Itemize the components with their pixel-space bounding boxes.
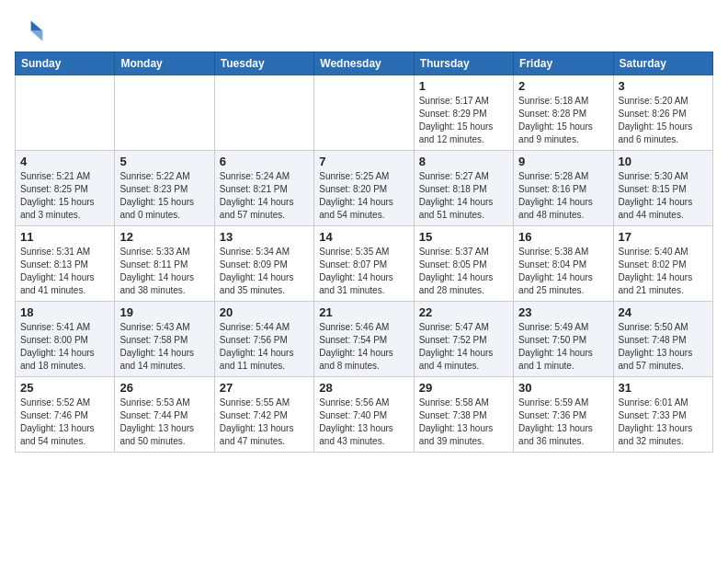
day-number: 29	[419, 381, 508, 395]
day-number: 22	[419, 305, 508, 319]
day-number: 10	[619, 155, 708, 168]
day-info: Sunrise: 5:41 AM Sunset: 8:00 PM Dayligh…	[20, 321, 109, 373]
day-number: 23	[518, 305, 608, 319]
day-info: Sunrise: 5:44 AM Sunset: 7:56 PM Dayligh…	[220, 321, 309, 373]
calendar-day-cell	[314, 75, 414, 151]
day-number: 31	[619, 381, 708, 395]
day-of-week-header: Thursday	[414, 52, 513, 75]
logo	[15, 15, 48, 44]
day-info: Sunrise: 5:33 AM Sunset: 8:11 PM Dayligh…	[119, 246, 209, 297]
svg-marker-1	[31, 31, 43, 41]
day-number: 14	[319, 230, 408, 244]
calendar-table: SundayMondayTuesdayWednesdayThursdayFrid…	[15, 52, 713, 453]
day-number: 27	[220, 381, 309, 395]
day-info: Sunrise: 5:35 AM Sunset: 8:07 PM Dayligh…	[319, 246, 408, 297]
day-of-week-header: Saturday	[613, 52, 712, 75]
calendar-day-cell: 17Sunrise: 5:40 AM Sunset: 8:02 PM Dayli…	[613, 226, 712, 302]
day-number: 16	[518, 230, 608, 244]
day-number: 5	[119, 155, 209, 168]
calendar-day-cell: 4Sunrise: 5:21 AM Sunset: 8:25 PM Daylig…	[16, 151, 115, 226]
calendar-day-cell: 5Sunrise: 5:22 AM Sunset: 8:23 PM Daylig…	[115, 151, 214, 226]
day-info: Sunrise: 5:43 AM Sunset: 7:58 PM Dayligh…	[119, 321, 209, 373]
day-info: Sunrise: 5:56 AM Sunset: 7:40 PM Dayligh…	[319, 396, 408, 448]
day-number: 20	[220, 305, 309, 319]
day-info: Sunrise: 5:46 AM Sunset: 7:54 PM Dayligh…	[319, 321, 408, 373]
calendar-day-cell: 25Sunrise: 5:52 AM Sunset: 7:46 PM Dayli…	[16, 377, 115, 453]
day-info: Sunrise: 6:01 AM Sunset: 7:33 PM Dayligh…	[619, 396, 708, 448]
calendar-day-cell: 16Sunrise: 5:38 AM Sunset: 8:04 PM Dayli…	[514, 226, 613, 302]
day-number: 2	[518, 79, 608, 93]
calendar-day-cell: 30Sunrise: 5:59 AM Sunset: 7:36 PM Dayli…	[514, 377, 613, 453]
calendar-day-cell	[16, 75, 115, 151]
calendar-day-cell: 23Sunrise: 5:49 AM Sunset: 7:50 PM Dayli…	[514, 302, 613, 377]
day-info: Sunrise: 5:17 AM Sunset: 8:29 PM Dayligh…	[419, 95, 508, 146]
calendar-day-cell: 20Sunrise: 5:44 AM Sunset: 7:56 PM Dayli…	[214, 302, 313, 377]
day-number: 13	[220, 230, 309, 244]
calendar-day-cell	[214, 75, 313, 151]
calendar-day-cell: 22Sunrise: 5:47 AM Sunset: 7:52 PM Dayli…	[414, 302, 513, 377]
day-number: 30	[518, 381, 608, 395]
svg-marker-0	[31, 20, 43, 30]
day-of-week-header: Sunday	[16, 52, 115, 75]
day-info: Sunrise: 5:55 AM Sunset: 7:42 PM Dayligh…	[220, 396, 309, 448]
day-number: 28	[319, 381, 408, 395]
calendar-week-row: 11Sunrise: 5:31 AM Sunset: 8:13 PM Dayli…	[16, 226, 713, 302]
day-number: 3	[619, 79, 708, 93]
day-of-week-header: Friday	[514, 52, 613, 75]
day-of-week-header: Tuesday	[214, 52, 313, 75]
day-info: Sunrise: 5:52 AM Sunset: 7:46 PM Dayligh…	[20, 396, 109, 448]
calendar-day-cell: 1Sunrise: 5:17 AM Sunset: 8:29 PM Daylig…	[414, 75, 513, 151]
day-info: Sunrise: 5:27 AM Sunset: 8:18 PM Dayligh…	[419, 170, 508, 222]
calendar-day-cell: 10Sunrise: 5:30 AM Sunset: 8:15 PM Dayli…	[613, 151, 712, 226]
day-info: Sunrise: 5:58 AM Sunset: 7:38 PM Dayligh…	[419, 396, 508, 448]
day-number: 17	[619, 230, 708, 244]
calendar-week-row: 25Sunrise: 5:52 AM Sunset: 7:46 PM Dayli…	[16, 377, 713, 453]
day-info: Sunrise: 5:47 AM Sunset: 7:52 PM Dayligh…	[419, 321, 508, 373]
day-number: 12	[119, 230, 209, 244]
day-info: Sunrise: 5:31 AM Sunset: 8:13 PM Dayligh…	[20, 246, 109, 297]
calendar-day-cell: 31Sunrise: 6:01 AM Sunset: 7:33 PM Dayli…	[613, 377, 712, 453]
page-header	[15, 15, 713, 44]
calendar-header-row: SundayMondayTuesdayWednesdayThursdayFrid…	[16, 52, 713, 75]
day-of-week-header: Monday	[115, 52, 214, 75]
day-number: 11	[20, 230, 109, 244]
day-number: 8	[419, 155, 508, 168]
day-info: Sunrise: 5:37 AM Sunset: 8:05 PM Dayligh…	[419, 246, 508, 297]
calendar-week-row: 1Sunrise: 5:17 AM Sunset: 8:29 PM Daylig…	[16, 75, 713, 151]
calendar-day-cell: 2Sunrise: 5:18 AM Sunset: 8:28 PM Daylig…	[514, 75, 613, 151]
calendar-week-row: 18Sunrise: 5:41 AM Sunset: 8:00 PM Dayli…	[16, 302, 713, 377]
day-info: Sunrise: 5:24 AM Sunset: 8:21 PM Dayligh…	[220, 170, 309, 222]
calendar-day-cell: 3Sunrise: 5:20 AM Sunset: 8:26 PM Daylig…	[613, 75, 712, 151]
calendar-day-cell: 13Sunrise: 5:34 AM Sunset: 8:09 PM Dayli…	[214, 226, 313, 302]
day-number: 7	[319, 155, 408, 168]
day-number: 9	[518, 155, 608, 168]
calendar-day-cell: 7Sunrise: 5:25 AM Sunset: 8:20 PM Daylig…	[314, 151, 414, 226]
calendar-day-cell: 27Sunrise: 5:55 AM Sunset: 7:42 PM Dayli…	[214, 377, 313, 453]
day-info: Sunrise: 5:59 AM Sunset: 7:36 PM Dayligh…	[518, 396, 608, 448]
calendar-day-cell	[115, 75, 214, 151]
day-of-week-header: Wednesday	[314, 52, 414, 75]
calendar-day-cell: 29Sunrise: 5:58 AM Sunset: 7:38 PM Dayli…	[414, 377, 513, 453]
day-number: 6	[220, 155, 309, 168]
calendar-day-cell: 21Sunrise: 5:46 AM Sunset: 7:54 PM Dayli…	[314, 302, 414, 377]
day-number: 4	[20, 155, 109, 168]
day-info: Sunrise: 5:50 AM Sunset: 7:48 PM Dayligh…	[619, 321, 708, 373]
calendar-day-cell: 26Sunrise: 5:53 AM Sunset: 7:44 PM Dayli…	[115, 377, 214, 453]
calendar-day-cell: 8Sunrise: 5:27 AM Sunset: 8:18 PM Daylig…	[414, 151, 513, 226]
calendar-day-cell: 19Sunrise: 5:43 AM Sunset: 7:58 PM Dayli…	[115, 302, 214, 377]
calendar-day-cell: 11Sunrise: 5:31 AM Sunset: 8:13 PM Dayli…	[16, 226, 115, 302]
calendar-day-cell: 18Sunrise: 5:41 AM Sunset: 8:00 PM Dayli…	[16, 302, 115, 377]
logo-icon	[15, 15, 44, 44]
calendar-day-cell: 28Sunrise: 5:56 AM Sunset: 7:40 PM Dayli…	[314, 377, 414, 453]
day-info: Sunrise: 5:22 AM Sunset: 8:23 PM Dayligh…	[119, 170, 209, 222]
day-number: 26	[119, 381, 209, 395]
day-info: Sunrise: 5:30 AM Sunset: 8:15 PM Dayligh…	[619, 170, 708, 222]
day-info: Sunrise: 5:34 AM Sunset: 8:09 PM Dayligh…	[220, 246, 309, 297]
day-info: Sunrise: 5:38 AM Sunset: 8:04 PM Dayligh…	[518, 246, 608, 297]
day-info: Sunrise: 5:49 AM Sunset: 7:50 PM Dayligh…	[518, 321, 608, 373]
calendar-day-cell: 14Sunrise: 5:35 AM Sunset: 8:07 PM Dayli…	[314, 226, 414, 302]
calendar-day-cell: 12Sunrise: 5:33 AM Sunset: 8:11 PM Dayli…	[115, 226, 214, 302]
day-info: Sunrise: 5:18 AM Sunset: 8:28 PM Dayligh…	[518, 95, 608, 146]
calendar-day-cell: 24Sunrise: 5:50 AM Sunset: 7:48 PM Dayli…	[613, 302, 712, 377]
day-info: Sunrise: 5:25 AM Sunset: 8:20 PM Dayligh…	[319, 170, 408, 222]
